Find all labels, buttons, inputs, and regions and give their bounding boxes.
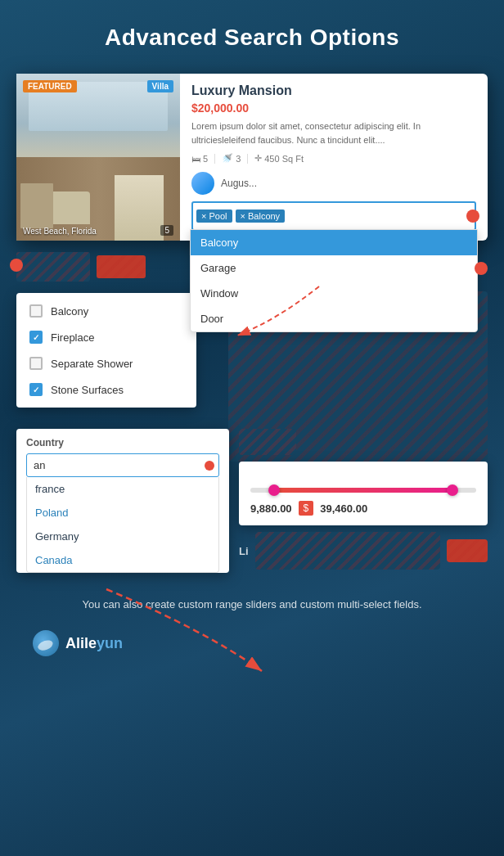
annotation-dot-country — [205, 461, 214, 471]
area-icon: ✛ — [254, 153, 262, 164]
property-info: Luxury Mansion $20,000.00 Lorem ipsum do… — [180, 74, 488, 241]
slider-thumb-right[interactable] — [447, 484, 458, 496]
dropdown-item-window[interactable]: Window — [191, 281, 477, 306]
photo-count: 5 — [160, 225, 173, 236]
badge-villa: Villa — [147, 80, 173, 92]
checkbox-row-stone[interactable]: Stone Surfaces — [29, 383, 183, 396]
checkbox-row-balcony[interactable]: Balcony — [29, 304, 183, 318]
li-row: Li — [239, 532, 488, 570]
price-slider-fill — [273, 488, 454, 493]
tag-pool[interactable]: × Pool — [196, 209, 232, 223]
slider-thumb-left[interactable] — [268, 484, 280, 496]
multiselect-input[interactable]: × Pool × Balcony — [191, 201, 476, 231]
checkbox-balcony[interactable] — [29, 304, 43, 318]
property-card-area: Featured Villa West Beach, Florida 5 Lux… — [16, 74, 488, 241]
property-title: Luxury Mansion — [191, 83, 476, 98]
checkbox-shower[interactable] — [29, 357, 43, 370]
checkbox-row-fireplace[interactable]: Fireplace — [29, 331, 183, 344]
price-values: 9,880.00 $ 39,460.00 — [250, 501, 476, 516]
brand-name-part1: Alile — [65, 635, 97, 651]
tag-pool-label: × Pool — [201, 211, 227, 221]
bed-count: 🛏 5 — [191, 154, 208, 164]
brand-name: Alileyun — [65, 635, 123, 652]
checkbox-row-shower[interactable]: Separate Shower — [29, 357, 183, 370]
agent-avatar — [191, 172, 214, 195]
footer-text: You can also create custom range sliders… — [16, 579, 488, 622]
price-slider-track[interactable] — [250, 488, 476, 493]
annotation-dot-multiselect — [466, 209, 479, 223]
price-section: 9,880.00 $ 39,460.00 — [239, 462, 488, 525]
annotation-dot-checkbox — [10, 259, 23, 272]
redacted-li — [255, 532, 440, 570]
annotation-dot-right — [475, 262, 488, 275]
checkbox-label-balcony: Balcony — [51, 305, 88, 318]
badge-featured: Featured — [23, 80, 77, 92]
footer-description: You can also create custom range sliders… — [33, 596, 471, 614]
bath-count: 🚿 3 — [222, 153, 241, 164]
tag-balcony[interactable]: × Balcony — [236, 209, 286, 223]
price-max: 39,460.00 — [320, 502, 367, 515]
country-dropdown: france Poland Germany Canada — [26, 477, 219, 573]
multiselect-dropdown: Balcony Garage Window Door — [190, 229, 478, 332]
agent-name: Augus... — [221, 178, 257, 189]
location-label: West Beach, Florida — [23, 227, 97, 236]
property-description: Lorem ipsum dolor sit amet, consectetur … — [191, 119, 476, 146]
country-label: Country — [26, 437, 219, 448]
country-option-poland[interactable]: Poland — [27, 501, 218, 525]
price-min: 9,880.00 — [250, 502, 292, 515]
dropdown-item-garage[interactable]: Garage — [191, 255, 477, 281]
page-title: Advanced Search Options — [16, 25, 488, 51]
redacted-label-1 — [16, 252, 90, 282]
brand-logo — [33, 630, 59, 656]
checkbox-label-stone: Stone Surfaces — [51, 384, 124, 396]
redacted-btn-2 — [447, 539, 488, 562]
footer-brand: Alileyun — [16, 622, 488, 669]
redacted-btn-1 — [97, 255, 146, 278]
bath-icon: 🚿 — [222, 153, 233, 164]
country-option-france[interactable]: france — [27, 477, 218, 501]
country-option-germany[interactable]: Germany — [27, 525, 218, 548]
redacted-allowed — [239, 429, 296, 455]
checkbox-label-shower: Separate Shower — [51, 358, 133, 370]
tag-balcony-label: × Balcony — [241, 211, 281, 221]
multiselect-wrapper: × Pool × Balcony Balcony Garage Window D — [191, 201, 476, 231]
agent-row: Augus... — [191, 172, 476, 195]
country-section: Country france Poland Germany Canada — [16, 429, 229, 573]
property-image: Featured Villa West Beach, Florida 5 — [16, 74, 180, 241]
li-text: Li — [239, 545, 249, 557]
checkbox-stone[interactable] — [29, 383, 43, 396]
area-size: ✛ 450 Sq Ft — [254, 153, 304, 164]
property-price: $20,000.00 — [191, 101, 476, 115]
checkbox-label-fireplace: Fireplace — [51, 331, 94, 344]
dropdown-item-door[interactable]: Door — [191, 306, 477, 331]
bed-icon: 🛏 — [191, 154, 200, 164]
property-meta: 🛏 5 🚿 3 ✛ 450 Sq Ft — [191, 153, 476, 164]
price-currency: $ — [299, 501, 314, 516]
country-input[interactable] — [26, 453, 219, 477]
country-option-canada[interactable]: Canada — [27, 548, 218, 572]
checkbox-fireplace[interactable] — [29, 331, 43, 344]
checkboxes-panel: Balcony Fireplace Separate Shower Stone … — [16, 293, 196, 408]
brand-name-part2: yun — [97, 635, 123, 651]
dropdown-item-balcony[interactable]: Balcony — [191, 230, 477, 255]
